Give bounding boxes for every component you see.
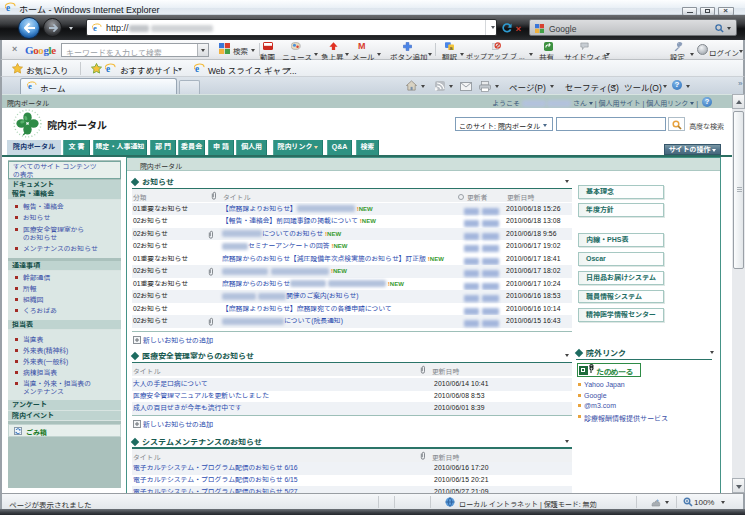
svg-text:a: a bbox=[449, 43, 453, 50]
